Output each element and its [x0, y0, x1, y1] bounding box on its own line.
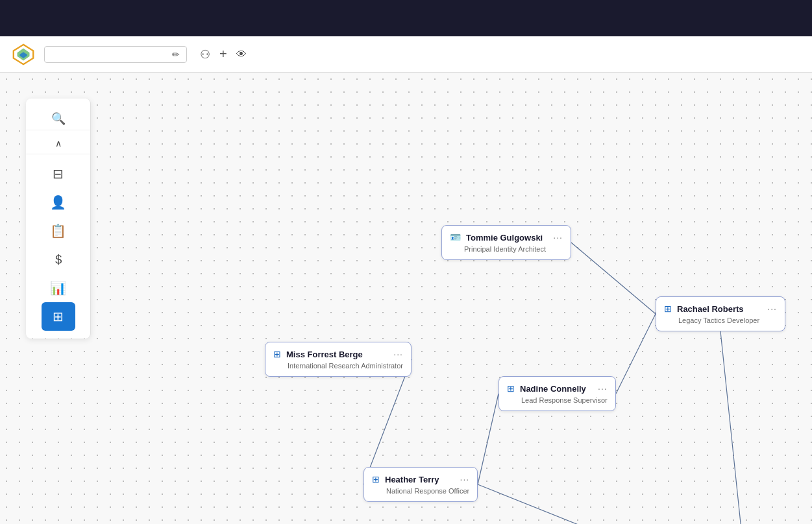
share-icon[interactable]: ⚇	[200, 47, 210, 62]
edit-icon[interactable]: ✏	[172, 49, 180, 60]
sidebar-item-dollar[interactable]: ＄	[42, 245, 75, 274]
node-nadine[interactable]: ⊞ Nadine Connelly ··· Lead Response Supe…	[498, 376, 616, 411]
node-name-heather: Heather Terry	[385, 475, 455, 484]
node-menu-heather[interactable]: ···	[460, 474, 470, 484]
node-icon-tommie: 🪪	[450, 232, 461, 243]
node-menu-tommie[interactable]: ···	[553, 232, 563, 243]
view-icon[interactable]: 👁	[236, 49, 247, 60]
node-tommie[interactable]: 🪪 Tommie Gulgowski ··· Principal Identit…	[441, 225, 571, 260]
node-rachael[interactable]: ⊞ Rachael Roberts ··· Legacy Tactics Dev…	[656, 296, 785, 331]
node-heather[interactable]: ⊞ Heather Terry ··· National Response Of…	[363, 467, 478, 502]
node-icon-miss-forrest: ⊞	[273, 349, 281, 359]
node-icon-nadine: ⊞	[507, 383, 515, 394]
node-menu-miss-forrest[interactable]: ···	[393, 349, 403, 359]
sidebar-item-chart[interactable]: 📊	[42, 274, 75, 302]
main-area: 🪪 Tommie Gulgowski ··· Principal Identit…	[0, 73, 812, 524]
node-role-miss-forrest: International Research Administrator	[273, 362, 403, 370]
node-icon-rachael: ⊞	[664, 304, 672, 314]
sidebar-search-area[interactable]: 🔍	[26, 105, 90, 130]
svg-line-5	[478, 394, 498, 484]
node-menu-rachael[interactable]: ···	[767, 304, 777, 314]
node-role-tommie: Principal Identity Architect	[450, 245, 563, 253]
node-icon-heather: ⊞	[372, 474, 380, 484]
sidebar-item-grid[interactable]: ⊟	[42, 160, 75, 188]
logo	[10, 42, 36, 67]
svg-line-8	[478, 484, 680, 524]
chevron-up-icon[interactable]: ∧	[55, 138, 62, 149]
toolbar-actions: ⚇ + 👁	[200, 47, 247, 62]
svg-line-7	[720, 331, 743, 524]
search-icon[interactable]: 🔍	[51, 112, 66, 126]
node-miss-forrest[interactable]: ⊞ Miss Forrest Berge ··· International R…	[265, 342, 412, 377]
svg-line-6	[616, 314, 656, 394]
node-role-rachael: Legacy Tactics Developer	[664, 316, 777, 324]
node-name-miss-forrest: Miss Forrest Berge	[286, 350, 388, 359]
app-header	[0, 0, 812, 36]
diagram-canvas[interactable]: 🪪 Tommie Gulgowski ··· Principal Identit…	[0, 73, 812, 524]
node-name-nadine: Nadine Connelly	[520, 384, 593, 394]
node-menu-nadine[interactable]: ···	[598, 383, 608, 394]
sidebar-item-apps[interactable]: ⊞	[42, 302, 75, 331]
chart-title-input[interactable]: ✏	[44, 46, 187, 63]
node-role-heather: National Response Officer	[372, 487, 469, 495]
sidebar-item-document[interactable]: 📋	[42, 217, 75, 245]
svg-line-3	[571, 243, 656, 314]
node-name-tommie: Tommie Gulgowski	[466, 233, 548, 243]
node-name-rachael: Rachael Roberts	[677, 304, 762, 314]
add-icon[interactable]: +	[219, 47, 227, 62]
sidebar: 🔍 ∧ ⊟👤📋＄📊⊞	[26, 99, 91, 339]
sidebar-item-person[interactable]: 👤	[42, 188, 75, 217]
svg-line-4	[363, 359, 412, 484]
toolbar: ✏ ⚇ + 👁	[0, 36, 812, 73]
sidebar-collapse[interactable]: ∧	[26, 136, 90, 154]
node-role-nadine: Lead Response Supervisor	[507, 396, 608, 404]
